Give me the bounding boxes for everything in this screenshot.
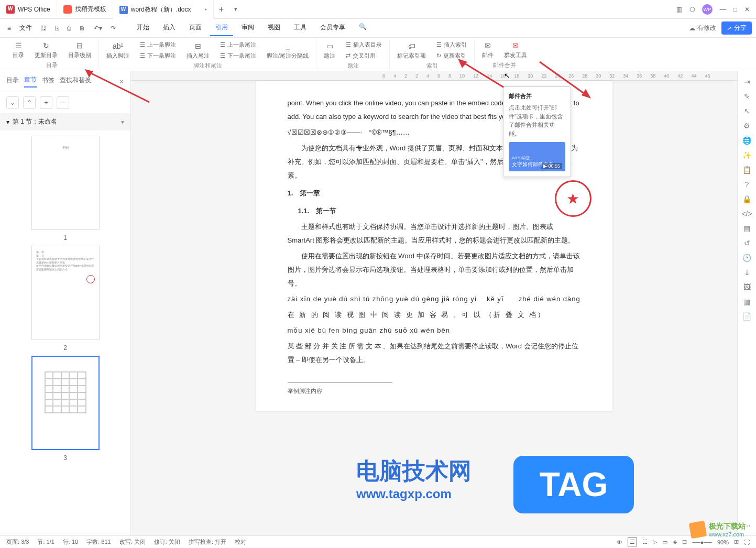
search-button[interactable]: 🔍 <box>354 20 372 36</box>
zoom-out-icon[interactable]: ⊟ <box>682 539 687 545</box>
document-tab[interactable]: word教程（新）.docx • <box>113 0 214 19</box>
status-words[interactable]: 字数: 611 <box>86 538 111 546</box>
next-endnote-button[interactable]: ☰下一条尾注 <box>218 51 258 61</box>
export-icon[interactable]: ⎘ <box>52 23 62 34</box>
new-tab-button[interactable]: + <box>214 5 229 14</box>
rail-refresh-icon[interactable]: ↺ <box>744 239 750 247</box>
add-section-button[interactable]: + <box>40 96 52 109</box>
status-track[interactable]: 改写: 关闭 <box>119 538 146 546</box>
eye-icon[interactable]: 👁 <box>617 539 622 545</box>
sidebar-tab-chapters[interactable]: 章节 <box>24 75 37 87</box>
share-button[interactable]: ↗ 分享 <box>721 21 752 35</box>
changes-indicator[interactable]: ☁ 有修改 <box>689 24 716 32</box>
caption-button[interactable]: ▭题注 <box>322 40 337 61</box>
rail-table-icon[interactable]: ▦ <box>743 298 750 306</box>
view-read-icon[interactable]: ▷ <box>653 539 657 545</box>
file-menu[interactable]: 文件 <box>16 24 35 32</box>
prev-endnote-button[interactable]: ☰上一条尾注 <box>218 40 258 50</box>
zoom-value[interactable]: 90% <box>717 539 729 545</box>
maximize-icon[interactable]: □ <box>733 6 737 13</box>
rail-doc-icon[interactable]: 📄 <box>742 312 751 321</box>
zoom-in-icon[interactable]: ⊞ <box>734 539 739 545</box>
status-revision[interactable]: 修订: 关闭 <box>154 538 180 546</box>
mark-index-button[interactable]: 🏷标记索引项 <box>395 40 428 61</box>
view-outline-icon[interactable]: ☷ <box>642 539 648 545</box>
sidebar-tab-bookmarks[interactable]: 书签 <box>42 76 54 87</box>
rail-code-icon[interactable]: </> <box>741 210 752 218</box>
template-tab[interactable]: 找稻壳模板 <box>57 0 113 19</box>
rail-clipboard-icon[interactable]: 📋 <box>742 166 751 174</box>
section-menu-icon[interactable]: ▾ <box>121 118 124 126</box>
expand-button[interactable]: ⌃ <box>23 96 36 109</box>
footnote-area: 举例脚注内容 <box>288 382 392 395</box>
minimize-icon[interactable]: — <box>720 6 726 13</box>
rail-lock-icon[interactable]: 🔒 <box>742 195 751 203</box>
status-proof[interactable]: 校对 <box>235 538 246 546</box>
status-page[interactable]: 页面: 3/3 <box>6 538 29 546</box>
tab-start[interactable]: 开始 <box>132 20 155 36</box>
zoom-slider[interactable]: ──●── <box>692 539 712 545</box>
tab-review[interactable]: 审阅 <box>236 20 259 36</box>
update-toc-button[interactable]: ↻更新目录 <box>32 40 60 60</box>
rail-collapse-icon[interactable]: ⇥ <box>744 78 750 86</box>
doc-icon <box>119 6 128 14</box>
page-thumb-2[interactable]: 第一章第一节主题和样式也有助于文档保持协调当您单击设计并选择新的主题时图片图表使… <box>31 246 100 340</box>
view-print-icon[interactable]: ☰ <box>628 538 637 546</box>
insert-index-button[interactable]: ☰插入索引 <box>434 40 469 50</box>
toc-level-button[interactable]: ⊟目录级别 <box>66 40 93 60</box>
undo-icon[interactable]: ↶▾ <box>91 23 105 34</box>
collapse-button[interactable]: ⌄ <box>6 96 19 109</box>
print-icon[interactable]: ⎙ <box>64 23 74 34</box>
close-window-icon[interactable]: ✕ <box>744 6 750 13</box>
view-web-icon[interactable]: ▭ <box>662 539 667 545</box>
insert-endnote-button[interactable]: ⊟插入尾注 <box>184 40 212 61</box>
save-icon[interactable]: 🖫 <box>37 23 50 34</box>
mouse-cursor-icon: ↖ <box>504 71 510 80</box>
user-avatar[interactable]: WP <box>702 4 713 15</box>
thumb-label-2: 2 <box>63 344 67 352</box>
rail-magic-icon[interactable]: ✨ <box>742 151 751 159</box>
insert-footnote-button[interactable]: ab¹插入脚注 <box>104 40 132 61</box>
tab-view[interactable]: 视图 <box>262 20 286 36</box>
tab-menu-button[interactable]: ▾ <box>229 6 243 13</box>
section-header[interactable]: ▾ 第 1 节：未命名 ▾ <box>0 113 130 130</box>
redo-icon[interactable]: ↷ <box>107 23 119 34</box>
separator-button[interactable]: ⎯脚注/尾注分隔线 <box>265 40 311 61</box>
rail-pen-icon[interactable]: ✎ <box>744 92 750 101</box>
tab-member[interactable]: 会员专享 <box>315 20 350 36</box>
next-footnote-button[interactable]: ☰下一条脚注 <box>138 51 178 61</box>
rail-history-icon[interactable]: 🕐 <box>742 254 751 262</box>
insert-fig-toc-button[interactable]: ☰插入表目录 <box>344 40 384 50</box>
rail-cursor-icon[interactable]: ↖ <box>744 107 750 115</box>
rail-help-icon[interactable]: ? <box>745 180 749 189</box>
rail-image-icon[interactable]: 🖼 <box>743 283 751 291</box>
tab-cite[interactable]: 引用 <box>210 20 233 36</box>
sidebar-tab-toc[interactable]: 目录 <box>6 76 19 87</box>
app-tab[interactable]: WPS Office <box>0 0 57 19</box>
status-line[interactable]: 行: 10 <box>63 538 78 546</box>
caption-group-label: 题注 <box>347 62 359 70</box>
remove-section-button[interactable]: — <box>57 96 69 109</box>
tab-tools[interactable]: 工具 <box>289 20 312 36</box>
rail-export-icon[interactable]: ⤓ <box>744 268 750 277</box>
fullscreen-icon[interactable]: ⛶ <box>744 539 750 545</box>
tab-page[interactable]: 页面 <box>184 20 207 36</box>
status-spell[interactable]: 拼写检查: 打开 <box>189 538 226 546</box>
page-thumb-3[interactable] <box>31 356 100 450</box>
rail-globe-icon[interactable]: 🌐 <box>742 136 751 145</box>
panel-icon[interactable]: ▥ <box>676 6 682 13</box>
tooltip-video[interactable]: WPS学堂 文字如何邮件合并 ▶ 00:55 <box>509 142 565 171</box>
print-preview-icon[interactable]: 🗎 <box>76 23 89 34</box>
page-thumb-1[interactable]: 示例 <box>31 136 100 230</box>
cross-ref-button[interactable]: ⇄交叉引用 <box>344 51 384 61</box>
rail-layers-icon[interactable]: ▤ <box>743 224 750 233</box>
rail-settings-icon[interactable]: ⚙ <box>743 122 750 130</box>
status-section[interactable]: 节: 1/1 <box>37 538 54 546</box>
view-focus-icon[interactable]: ◈ <box>673 539 677 545</box>
tab-insert[interactable]: 插入 <box>158 20 181 36</box>
cube-icon[interactable]: ⬡ <box>689 6 695 13</box>
prev-footnote-button[interactable]: ☰上一条脚注 <box>138 40 178 50</box>
hamburger-icon[interactable]: ≡ <box>4 23 14 34</box>
horizontal-ruler[interactable]: 6422468101214161820222426283032343638404… <box>131 71 737 81</box>
toc-button[interactable]: ☰目录 <box>10 40 26 60</box>
